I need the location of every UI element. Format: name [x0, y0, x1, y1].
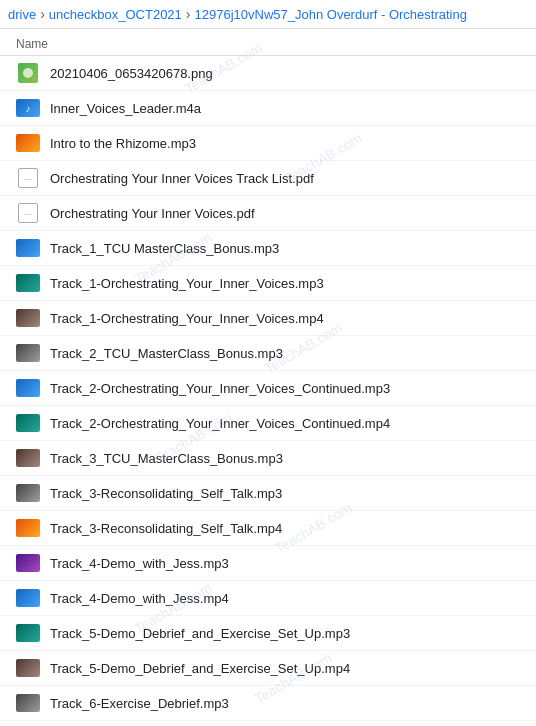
file-icon [16, 621, 40, 645]
file-name: Intro to the Rhizome.mp3 [50, 136, 196, 151]
file-name: Track_4-Demo_with_Jess.mp3 [50, 556, 229, 571]
file-name: Orchestrating Your Inner Voices Track Li… [50, 171, 314, 186]
file-name: Track_5-Demo_Debrief_and_Exercise_Set_Up… [50, 626, 350, 641]
breadcrumb-folder[interactable]: 12976j10vNw57_John Overdurf - Orchestrat… [195, 7, 467, 22]
breadcrumb-sep-2: › [186, 6, 191, 22]
file-name: Track_2-Orchestrating_Your_Inner_Voices_… [50, 381, 390, 396]
list-item[interactable]: Track_5-Demo_Debrief_and_Exercise_Set_Up… [0, 616, 536, 651]
list-item[interactable]: ♪Inner_Voices_Leader.m4a [0, 91, 536, 126]
breadcrumb-uncheckbox[interactable]: uncheckbox_OCT2021 [49, 7, 182, 22]
file-name: Track_2_TCU_MasterClass_Bonus.mp3 [50, 346, 283, 361]
list-item[interactable]: —Orchestrating Your Inner Voices Track L… [0, 161, 536, 196]
file-name: Track_2-Orchestrating_Your_Inner_Voices_… [50, 416, 390, 431]
file-icon: — [16, 201, 40, 225]
list-item[interactable]: Track_2_TCU_MasterClass_Bonus.mp3 [0, 336, 536, 371]
name-column-header: Name [16, 37, 48, 51]
file-icon [16, 131, 40, 155]
file-icon [16, 61, 40, 85]
list-item[interactable]: Track_1-Orchestrating_Your_Inner_Voices.… [0, 301, 536, 336]
file-icon [16, 446, 40, 470]
list-item[interactable]: 20210406_0653420678.png [0, 56, 536, 91]
file-icon: ♪ [16, 96, 40, 120]
file-name: Track_1-Orchestrating_Your_Inner_Voices.… [50, 276, 324, 291]
list-item[interactable]: Track_1-Orchestrating_Your_Inner_Voices.… [0, 266, 536, 301]
list-item[interactable]: Track_4-Demo_with_Jess.mp3 [0, 546, 536, 581]
file-icon [16, 411, 40, 435]
file-icon [16, 341, 40, 365]
breadcrumb: drive › uncheckbox_OCT2021 › 12976j10vNw… [0, 0, 536, 29]
file-icon [16, 481, 40, 505]
list-item[interactable]: Track_6-Exercise_Debrief.mp4 [0, 721, 536, 726]
list-item[interactable]: Track_5-Demo_Debrief_and_Exercise_Set_Up… [0, 651, 536, 686]
list-item[interactable]: Track_4-Demo_with_Jess.mp4 [0, 581, 536, 616]
file-icon [16, 691, 40, 715]
file-name: Track_6-Exercise_Debrief.mp3 [50, 696, 229, 711]
file-icon [16, 551, 40, 575]
file-name: 20210406_0653420678.png [50, 66, 213, 81]
file-name: Track_3_TCU_MasterClass_Bonus.mp3 [50, 451, 283, 466]
file-list-header: Name [0, 29, 536, 56]
file-name: Track_1-Orchestrating_Your_Inner_Voices.… [50, 311, 324, 326]
file-icon [16, 236, 40, 260]
list-item[interactable]: Track_3-Reconsolidating_Self_Talk.mp3 [0, 476, 536, 511]
list-item[interactable]: Intro to the Rhizome.mp3 [0, 126, 536, 161]
list-item[interactable]: Track_2-Orchestrating_Your_Inner_Voices_… [0, 371, 536, 406]
file-name: Track_1_TCU MasterClass_Bonus.mp3 [50, 241, 279, 256]
file-name: Inner_Voices_Leader.m4a [50, 101, 201, 116]
file-icon [16, 271, 40, 295]
list-item[interactable]: Track_6-Exercise_Debrief.mp3 [0, 686, 536, 721]
file-list: 20210406_0653420678.png♪Inner_Voices_Lea… [0, 56, 536, 726]
breadcrumb-sep-1: › [40, 6, 45, 22]
file-icon [16, 306, 40, 330]
list-item[interactable]: Track_3_TCU_MasterClass_Bonus.mp3 [0, 441, 536, 476]
file-icon [16, 656, 40, 680]
file-icon: — [16, 166, 40, 190]
file-icon [16, 376, 40, 400]
list-item[interactable]: Track_2-Orchestrating_Your_Inner_Voices_… [0, 406, 536, 441]
file-name: Track_3-Reconsolidating_Self_Talk.mp4 [50, 521, 282, 536]
breadcrumb-drive[interactable]: drive [8, 7, 36, 22]
file-icon [16, 516, 40, 540]
list-item[interactable]: —Orchestrating Your Inner Voices.pdf [0, 196, 536, 231]
file-name: Track_3-Reconsolidating_Self_Talk.mp3 [50, 486, 282, 501]
file-name: Track_5-Demo_Debrief_and_Exercise_Set_Up… [50, 661, 350, 676]
list-item[interactable]: Track_1_TCU MasterClass_Bonus.mp3 [0, 231, 536, 266]
file-name: Orchestrating Your Inner Voices.pdf [50, 206, 255, 221]
list-item[interactable]: Track_3-Reconsolidating_Self_Talk.mp4 [0, 511, 536, 546]
file-name: Track_4-Demo_with_Jess.mp4 [50, 591, 229, 606]
file-icon [16, 586, 40, 610]
